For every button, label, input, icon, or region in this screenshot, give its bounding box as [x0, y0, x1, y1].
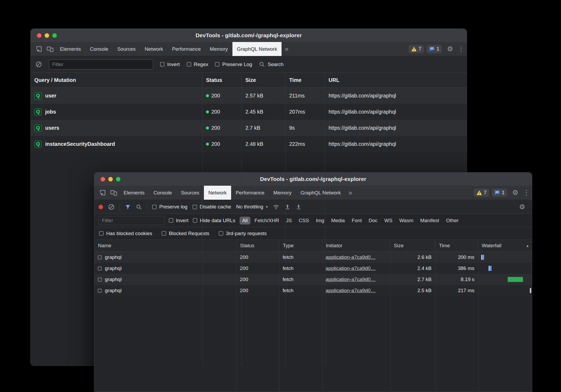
column-header-size[interactable]: Size — [242, 73, 286, 87]
type-filter-ws[interactable]: WS — [382, 217, 395, 225]
table-row[interactable]: Q jobs 200 2.45 kB 207ms https://gitlab.… — [31, 104, 467, 120]
filter-input[interactable] — [49, 59, 153, 69]
type-filter-font[interactable]: Font — [349, 217, 364, 225]
column-header-query-mutation[interactable]: Query / Mutation — [31, 73, 202, 87]
column-header-status[interactable]: Status — [202, 73, 242, 87]
tab-graphql-network[interactable]: GraphQL Network — [296, 186, 345, 200]
tab-sources[interactable]: Sources — [113, 42, 140, 56]
invert-checkbox[interactable]: Invert — [169, 218, 189, 223]
initiator-link[interactable]: application-a7ca9d0… — [326, 254, 376, 260]
close-window-button[interactable] — [37, 33, 41, 38]
zoom-window-button[interactable] — [52, 33, 57, 38]
type-filter-js[interactable]: JS — [283, 217, 294, 225]
inspect-element-icon[interactable] — [33, 42, 44, 56]
tab-graphql-network[interactable]: GraphQL Network — [232, 42, 282, 56]
column-header-status[interactable]: Status — [236, 240, 279, 251]
column-header-url[interactable]: URL — [325, 73, 467, 87]
blocked-requests-checkbox[interactable]: Blocked Requests — [162, 231, 209, 236]
inspect-element-icon[interactable] — [97, 186, 108, 200]
tab-sources[interactable]: Sources — [176, 186, 204, 200]
search-button[interactable]: Search — [259, 61, 283, 67]
has-blocked-cookies-checkbox[interactable]: Has blocked cookies — [99, 231, 152, 236]
filter-input[interactable] — [99, 216, 165, 225]
network-conditions-icon[interactable] — [273, 204, 279, 210]
type-filter-fetch-xhr[interactable]: Fetch/XHR — [252, 217, 282, 225]
minimize-window-button[interactable] — [45, 33, 49, 38]
table-row[interactable]: graphql 200 fetch application-a7ca9d0… 2… — [94, 285, 532, 296]
preserve-log-checkbox[interactable]: Preserve Log — [215, 62, 252, 67]
device-toolbar-icon[interactable] — [44, 42, 55, 56]
initiator-link[interactable]: application-a7ca9d0… — [326, 288, 376, 293]
table-row[interactable]: Q users 200 2.7 kB 9s https://gitlab.com… — [31, 120, 467, 136]
tab-elements[interactable]: Elements — [119, 186, 149, 200]
preserve-log-checkbox[interactable]: Preserve log — [152, 204, 188, 210]
table-row[interactable]: graphql 200 fetch application-a7ca9d0… 2… — [94, 274, 532, 285]
clear-icon[interactable] — [108, 204, 115, 210]
tab-elements[interactable]: Elements — [55, 42, 85, 56]
warnings-badge[interactable]: 7 — [474, 189, 489, 197]
disable-cache-checkbox[interactable]: Disable cache — [193, 204, 231, 210]
more-options-icon[interactable]: ⋮ — [456, 42, 467, 56]
third-party-requests-checkbox[interactable]: 3rd-party requests — [219, 231, 267, 236]
tab-console[interactable]: Console — [149, 186, 176, 200]
table-row[interactable]: Q instanceSecurityDashboard 200 2.48 kB … — [31, 136, 467, 152]
column-header-waterfall[interactable]: Waterfall ▲ — [478, 240, 532, 251]
type-filter-media[interactable]: Media — [329, 217, 348, 225]
minimize-window-button[interactable] — [108, 177, 113, 181]
column-header-initiator[interactable]: Initiator — [322, 240, 390, 251]
issues-badge[interactable]: 1 — [427, 45, 442, 53]
tab-performance[interactable]: Performance — [167, 42, 205, 56]
row-checkbox[interactable] — [98, 267, 102, 270]
close-window-button[interactable] — [101, 177, 105, 181]
column-header-time[interactable]: Time — [435, 240, 478, 251]
tab-performance[interactable]: Performance — [231, 186, 269, 200]
type-filter-css[interactable]: CSS — [296, 217, 312, 225]
more-tabs-icon[interactable]: » — [282, 42, 292, 56]
clear-icon[interactable] — [35, 61, 42, 68]
titlebar[interactable]: DevTools - gitlab.com/-/graphql-explorer — [31, 29, 467, 42]
more-tabs-icon[interactable]: » — [345, 186, 355, 200]
search-icon[interactable] — [136, 204, 142, 210]
row-checkbox[interactable] — [98, 289, 102, 293]
more-options-icon[interactable]: ⋮ — [521, 186, 532, 200]
row-checkbox[interactable] — [98, 255, 102, 259]
export-har-icon[interactable] — [296, 204, 302, 210]
hide-data-urls-checkbox[interactable]: Hide data URLs — [193, 218, 235, 223]
type-filter-img[interactable]: Img — [313, 217, 327, 225]
throttling-dropdown[interactable]: No throttling ▾ — [236, 204, 268, 210]
warnings-badge[interactable]: 7 — [409, 45, 424, 53]
initiator-link[interactable]: application-a7ca9d0… — [326, 277, 376, 282]
type-filter-doc[interactable]: Doc — [366, 217, 380, 225]
tab-memory[interactable]: Memory — [269, 186, 296, 200]
tab-memory[interactable]: Memory — [205, 42, 232, 56]
request-name: graphql — [105, 254, 121, 260]
type-filter-manifest[interactable]: Manifest — [418, 217, 442, 225]
row-checkbox[interactable] — [98, 278, 102, 282]
zoom-window-button[interactable] — [116, 177, 120, 181]
settings-gear-icon[interactable]: ⚙ — [445, 42, 456, 56]
filter-funnel-icon[interactable] — [125, 204, 131, 210]
network-settings-gear-icon[interactable]: ⚙ — [517, 203, 528, 211]
table-row[interactable]: graphql 200 fetch application-a7ca9d0… 2… — [94, 263, 532, 274]
table-row[interactable]: graphql 200 fetch application-a7ca9d0… 2… — [94, 252, 532, 263]
titlebar[interactable]: DevTools - gitlab.com/-/graphql-explorer — [94, 172, 532, 186]
regex-checkbox[interactable]: Regex — [187, 62, 208, 67]
type-filter-all[interactable]: All — [240, 217, 250, 225]
tab-console[interactable]: Console — [85, 42, 113, 56]
type-filter-wasm[interactable]: Wasm — [397, 217, 416, 225]
column-header-name[interactable]: Name — [94, 240, 236, 251]
tab-network[interactable]: Network — [140, 42, 168, 56]
initiator-link[interactable]: application-a7ca9d0… — [326, 265, 376, 271]
type-filter-other[interactable]: Other — [443, 217, 461, 225]
import-har-icon[interactable] — [284, 204, 291, 210]
column-header-size[interactable]: Size — [390, 240, 435, 251]
tab-network[interactable]: Network — [204, 186, 231, 200]
device-toolbar-icon[interactable] — [108, 186, 119, 200]
record-network-log-button[interactable] — [99, 205, 103, 209]
issues-badge[interactable]: 1 — [492, 189, 507, 197]
table-row[interactable]: Q user 200 2.57 kB 211ms https://gitlab.… — [31, 88, 467, 104]
column-header-type[interactable]: Type — [279, 240, 322, 251]
column-header-time[interactable]: Time — [286, 73, 325, 87]
invert-checkbox[interactable]: Invert — [160, 62, 180, 67]
settings-gear-icon[interactable]: ⚙ — [510, 186, 521, 200]
